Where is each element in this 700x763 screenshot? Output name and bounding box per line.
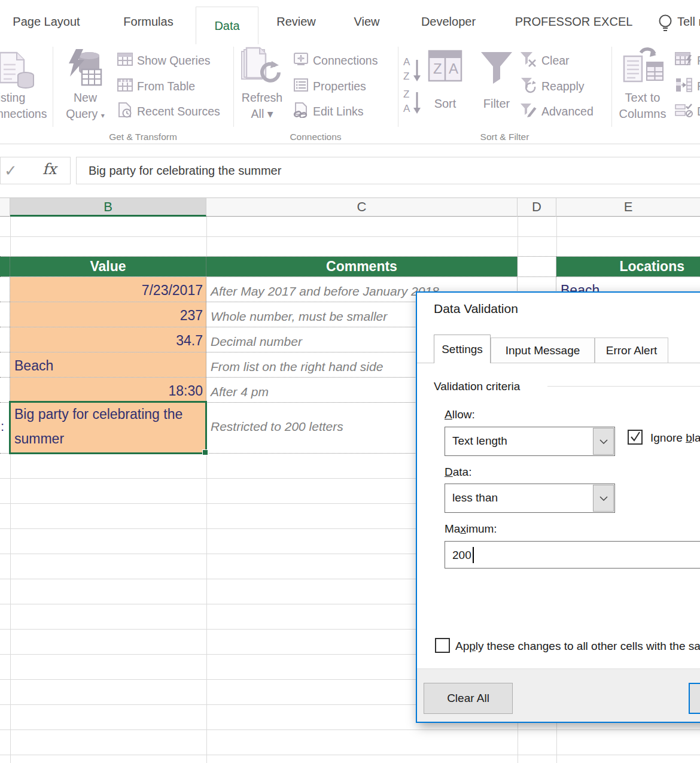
column-header-a-sliver[interactable] — [0, 198, 10, 217]
clear-filter-icon — [519, 51, 537, 70]
cell-a[interactable] — [0, 352, 10, 377]
header-cell-d[interactable] — [518, 257, 556, 276]
allow-label: Allow: — [445, 408, 475, 421]
ok-button-partial[interactable] — [689, 683, 700, 714]
tab-page-layout[interactable]: Page Layout — [6, 0, 87, 43]
recent-sources-label: Recent Sources — [137, 105, 220, 118]
allow-dropdown[interactable]: Text length — [445, 427, 615, 456]
fx-insert-function-icon[interactable]: fx — [42, 160, 56, 178]
text-to-columns-label2: Columns — [613, 106, 672, 122]
formula-input[interactable]: Big party for celebrating the summer — [76, 157, 700, 184]
column-header-c[interactable]: C — [206, 198, 518, 217]
text-cursor — [473, 547, 474, 563]
group-label-sort-filter: Sort & Filter — [398, 132, 611, 144]
cell-a[interactable] — [0, 277, 10, 302]
existing-connections-button[interactable]: Existing Connections — [0, 48, 51, 132]
data-validation-dialog: Data Validation Settings Input Message E… — [416, 291, 700, 723]
recent-sources-button[interactable]: Recent Sources — [117, 102, 220, 120]
chevron-down-icon[interactable] — [593, 428, 614, 455]
sort-z-to-a-button[interactable]: ZA — [401, 87, 424, 118]
reapply-button[interactable]: Reapply — [519, 77, 585, 95]
show-queries-icon — [117, 52, 133, 69]
connections-button[interactable]: Connections — [293, 51, 378, 69]
tab-settings[interactable]: Settings — [434, 335, 491, 363]
reapply-icon — [519, 77, 537, 96]
tab-view[interactable]: View — [351, 0, 383, 43]
svg-text:A: A — [403, 103, 410, 114]
ribbon-tab-bar: Page Layout Formulas Data Review View De… — [0, 0, 700, 44]
clear-filter-label: Clear — [541, 54, 570, 68]
maximum-input[interactable]: 200 — [445, 541, 700, 569]
cell-a[interactable] — [0, 327, 10, 352]
edit-links-button[interactable]: Edit Links — [293, 102, 364, 120]
filter-button[interactable]: Filter — [474, 45, 519, 130]
filter-label: Filter — [474, 96, 519, 112]
lightbulb-icon — [657, 13, 674, 36]
connections-label: Connections — [313, 54, 378, 68]
clear-all-button[interactable]: Clear All — [424, 683, 513, 714]
remove-duplicates-label: Remove Duplicates — [697, 80, 700, 93]
cell-value-date[interactable]: 7/23/2017 — [10, 277, 206, 302]
show-queries-button[interactable]: Show Queries — [117, 51, 210, 69]
tab-review[interactable]: Review — [273, 0, 319, 43]
header-cell-comments[interactable]: Comments — [206, 257, 518, 276]
cell-value-whole[interactable]: 237 — [10, 302, 206, 327]
tell-me-box[interactable]: Tell me what you want to do — [677, 0, 700, 43]
data-validation-button[interactable]: Data Validation — [675, 102, 700, 120]
enter-check-icon[interactable]: ✓ — [4, 162, 17, 180]
flash-fill-button[interactable]: Flash Fill — [675, 51, 700, 69]
tab-input-message[interactable]: Input Message — [491, 338, 595, 363]
connections-icon — [293, 52, 309, 69]
new-query-icon — [65, 48, 102, 92]
refresh-all-button[interactable]: Refresh All ▾ — [235, 45, 290, 130]
sort-icon: ZA — [427, 49, 464, 85]
cell-value-decimal[interactable]: 34.7 — [10, 327, 206, 352]
data-dropdown[interactable]: less than — [445, 484, 615, 513]
cell-a[interactable] — [0, 302, 10, 327]
sort-button[interactable]: ZA Sort — [422, 45, 468, 130]
ignore-blank-checkbox[interactable] — [628, 430, 643, 445]
flash-fill-label: Flash Fill — [697, 54, 700, 68]
tab-developer[interactable]: Developer — [414, 0, 483, 43]
row-label-fragment: : — [1, 419, 4, 434]
sort-label: Sort — [422, 96, 468, 112]
advanced-filter-button[interactable]: Advanced — [519, 102, 594, 120]
header-cell-a[interactable] — [0, 257, 10, 276]
remove-duplicates-button[interactable]: Remove Duplicates — [675, 77, 700, 95]
chevron-down-icon[interactable] — [593, 485, 614, 512]
checkmark-icon — [629, 431, 641, 443]
tab-error-alert[interactable]: Error Alert — [595, 338, 668, 363]
header-cell-value[interactable]: Value — [10, 257, 206, 276]
apply-changes-checkbox[interactable] — [435, 638, 450, 653]
cell-a[interactable] — [0, 378, 10, 402]
properties-icon — [293, 78, 309, 95]
clear-filter-button[interactable]: Clear — [519, 51, 570, 69]
groupbox-line — [547, 386, 700, 387]
edit-links-label: Edit Links — [313, 105, 364, 118]
group-label-connections: Connections — [233, 132, 398, 144]
svg-text:A: A — [403, 56, 410, 68]
tab-data[interactable]: Data — [196, 7, 258, 44]
existing-connections-label2: Connections — [0, 107, 47, 121]
from-table-button[interactable]: From Table — [117, 77, 195, 95]
text-to-columns-button[interactable]: Text to Columns — [613, 45, 672, 130]
validation-criteria-label: Validation criteria — [434, 380, 520, 393]
column-header-b[interactable]: B — [10, 198, 206, 217]
column-header-d[interactable]: D — [518, 198, 556, 217]
header-cell-locations[interactable]: Locations — [556, 257, 700, 276]
data-validation-icon — [675, 102, 693, 120]
dialog-footer: Clear All — [417, 668, 700, 722]
cell-value-time[interactable]: 18:30 — [10, 378, 206, 402]
column-header-e[interactable]: E — [556, 198, 700, 217]
properties-button[interactable]: Properties — [293, 77, 366, 95]
advanced-filter-label: Advanced — [541, 105, 594, 118]
sort-a-to-z-button[interactable]: AZ — [401, 55, 424, 86]
cell-value-beach[interactable]: Beach — [10, 352, 206, 377]
new-query-button[interactable]: New Query ▾ — [57, 45, 114, 130]
tab-formulas[interactable]: Formulas — [118, 0, 178, 43]
tab-professor-excel[interactable]: PROFESSOR EXCEL — [512, 0, 635, 43]
text-to-columns-icon — [620, 47, 666, 92]
fill-handle[interactable] — [202, 449, 208, 455]
dialog-title: Data Validation — [434, 302, 518, 316]
reapply-label: Reapply — [541, 80, 585, 93]
